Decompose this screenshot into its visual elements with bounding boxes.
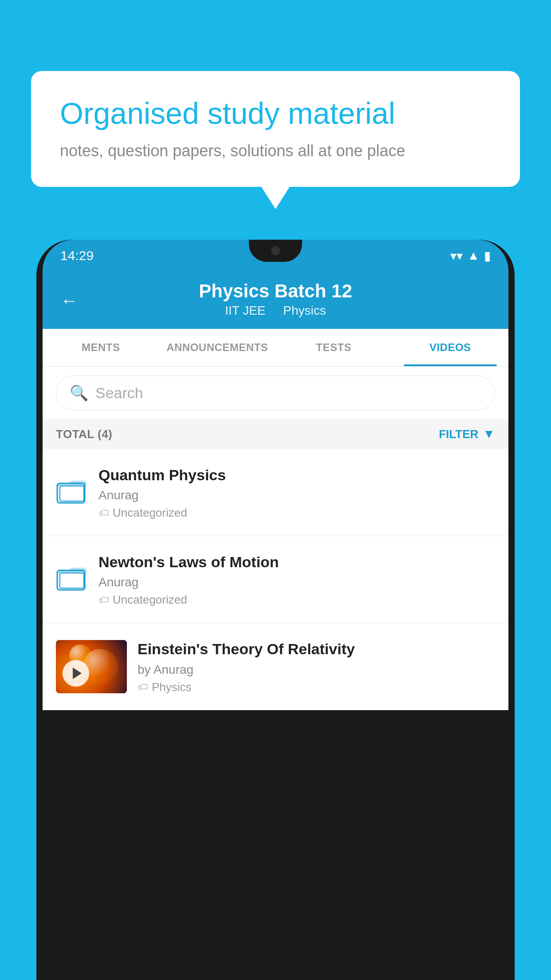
total-count: TOTAL (4) xyxy=(56,427,112,441)
tag-icon: 🏷 xyxy=(98,594,109,606)
status-icons: ▾▾ ▲ ▮ xyxy=(450,249,491,263)
header-subtitle: IIT JEE Physics xyxy=(60,304,491,318)
speech-bubble: Organised study material notes, question… xyxy=(31,71,520,187)
filter-label: FILTER xyxy=(439,427,478,441)
search-bar[interactable]: 🔍 Search xyxy=(56,375,495,410)
folder-thumb-1 xyxy=(56,473,88,513)
video-list: Quantum Physics Anurag 🏷 Uncategorized xyxy=(43,449,508,710)
header-title: Physics Batch 12 xyxy=(60,281,491,302)
video-info-3: Einstein's Theory Of Relativity by Anura… xyxy=(138,639,495,694)
tag-label: Uncategorized xyxy=(113,593,187,607)
video-title: Newton's Laws of Motion xyxy=(98,552,495,572)
app-header: ← Physics Batch 12 IIT JEE Physics xyxy=(43,272,508,329)
phone-frame: 14:29 ▾▾ ▲ ▮ ← Physics Batch 12 IIT JEE … xyxy=(36,240,515,980)
bubble-subtitle: notes, question papers, solutions all at… xyxy=(60,142,491,160)
video-title: Quantum Physics xyxy=(98,465,495,485)
folder-thumb-2 xyxy=(56,560,88,600)
tag-icon: 🏷 xyxy=(98,507,109,519)
video-info-2: Newton's Laws of Motion Anurag 🏷 Uncateg… xyxy=(98,552,495,607)
header-subtitle-right: Physics xyxy=(283,304,326,317)
back-button[interactable]: ← xyxy=(60,290,78,310)
notch xyxy=(249,240,302,262)
video-title: Einstein's Theory Of Relativity xyxy=(138,639,495,659)
list-item[interactable]: Quantum Physics Anurag 🏷 Uncategorized xyxy=(43,449,508,536)
folder-icon xyxy=(56,474,87,512)
video-author: by Anurag xyxy=(138,663,495,677)
thumb-background xyxy=(56,640,127,693)
battery-icon: ▮ xyxy=(484,249,491,263)
search-icon: 🔍 xyxy=(70,384,88,402)
tab-tests[interactable]: TESTS xyxy=(276,329,392,366)
video-tag: 🏷 Uncategorized xyxy=(98,593,495,607)
phone-inner: 14:29 ▾▾ ▲ ▮ ← Physics Batch 12 IIT JEE … xyxy=(43,240,508,980)
search-container: 🔍 Search xyxy=(43,367,508,419)
signal-icon: ▲ xyxy=(467,249,480,263)
svg-rect-3 xyxy=(60,573,84,588)
list-item[interactable]: Einstein's Theory Of Relativity by Anura… xyxy=(43,623,508,710)
svg-rect-1 xyxy=(60,486,84,501)
status-bar: 14:29 ▾▾ ▲ ▮ xyxy=(43,240,508,272)
bubble-title: Organised study material xyxy=(60,95,491,132)
list-item[interactable]: Newton's Laws of Motion Anurag 🏷 Uncateg… xyxy=(43,536,508,623)
folder-icon xyxy=(56,561,87,599)
tabs-bar: MENTS ANNOUNCEMENTS TESTS VIDEOS xyxy=(43,329,508,367)
filter-bar: TOTAL (4) FILTER ▼ xyxy=(43,419,508,449)
tab-announcements[interactable]: ANNOUNCEMENTS xyxy=(159,329,276,366)
filter-icon: ▼ xyxy=(483,427,495,441)
search-placeholder: Search xyxy=(95,384,143,402)
tab-videos[interactable]: VIDEOS xyxy=(392,329,509,366)
video-author: Anurag xyxy=(98,488,495,502)
video-thumbnail-3 xyxy=(56,640,127,693)
video-author: Anurag xyxy=(98,575,495,589)
tab-ments[interactable]: MENTS xyxy=(43,329,159,366)
filter-button[interactable]: FILTER ▼ xyxy=(439,427,495,441)
speech-bubble-container: Organised study material notes, question… xyxy=(31,71,520,187)
wifi-icon: ▾▾ xyxy=(450,249,463,263)
camera-icon xyxy=(271,246,280,255)
play-button[interactable] xyxy=(63,660,89,687)
tag-label: Uncategorized xyxy=(113,506,187,520)
status-time: 14:29 xyxy=(60,248,94,263)
tag-label: Physics xyxy=(152,680,192,694)
video-tag: 🏷 Physics xyxy=(138,680,495,694)
header-subtitle-left: IIT JEE xyxy=(225,304,265,317)
tag-icon: 🏷 xyxy=(138,681,148,693)
video-tag: 🏷 Uncategorized xyxy=(98,506,495,520)
video-info-1: Quantum Physics Anurag 🏷 Uncategorized xyxy=(98,465,495,520)
play-icon xyxy=(73,668,82,679)
